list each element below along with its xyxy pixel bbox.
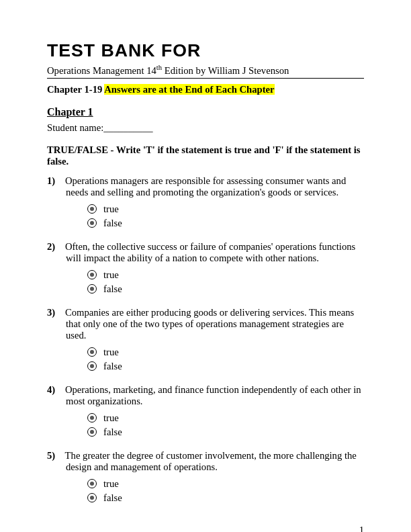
question-block-1: 1) Operations managers are responsible f… [47,175,364,229]
questions-container: 1) Operations managers are responsible f… [47,175,364,504]
subtitle-text: Operations Management 14 [47,65,156,76]
subtitle-sup: th [156,64,162,71]
option-true-5: true [87,478,364,490]
option-false-1: false [87,218,364,229]
options-5: true false [87,478,364,504]
page-number: 1 [359,525,364,532]
instructions: TRUE/FALSE - Write 'T' if the statement … [47,144,364,167]
question-number-1: 1) [47,175,55,186]
option-false-4: false [87,427,364,438]
radio-circle-true-4 [87,413,97,423]
radio-circle-true-1 [87,204,97,214]
divider [47,78,364,79]
question-block-5: 5) The greater the degree of customer in… [47,450,364,504]
options-1: true false [87,204,364,229]
question-text-1: 1) Operations managers are responsible f… [47,175,364,198]
chapter-heading: Chapter 1 [47,106,364,118]
question-text-2: 2) Often, the collective success or fail… [47,241,364,264]
option-label-true-4: true [103,412,119,424]
student-label: Student name: [47,122,103,133]
option-label-true-5: true [103,478,119,490]
radio-circle-false-3 [87,361,97,371]
radio-circle-true-5 [87,479,97,488]
student-underline: __________ [103,122,152,133]
radio-circle-false-1 [87,218,97,228]
subtitle: Operations Management 14th Edition by Wi… [47,64,364,77]
question-text-3: 3) Companies are either producing goods … [47,307,364,341]
option-true-4: true [87,412,364,424]
question-block-4: 4) Operations, marketing, and finance fu… [47,384,364,438]
question-block-3: 3) Companies are either producing goods … [47,307,364,372]
question-block-2: 2) Often, the collective success or fail… [47,241,364,295]
option-false-5: false [87,492,364,504]
question-text-4: 4) Operations, marketing, and finance fu… [47,384,364,407]
radio-circle-true-3 [87,347,97,357]
option-label-true-3: true [103,347,119,358]
option-false-3: false [87,361,364,372]
question-number-4: 4) [47,384,55,395]
option-label-false-5: false [103,492,122,504]
options-4: true false [87,412,364,438]
subtitle-rest: Edition by William J Stevenson [162,65,289,76]
question-text-5: 5) The greater the degree of customer in… [47,450,364,473]
chapter-range-bold: Chapter 1-19 [47,84,102,95]
option-true-1: true [87,204,364,215]
radio-circle-false-5 [87,493,97,502]
question-number-5: 5) [47,450,55,461]
radio-circle-true-2 [87,270,97,279]
option-true-2: true [87,269,364,281]
chapter-range: Chapter 1-19 Answers are at the End of E… [47,84,364,95]
chapter-range-highlight: Answers are at the End of Each Chapter [104,84,274,95]
options-2: true false [87,269,364,295]
option-label-true-1: true [103,204,119,215]
option-false-2: false [87,283,364,295]
option-label-true-2: true [103,269,119,281]
question-number-2: 2) [47,241,55,252]
question-number-3: 3) [47,307,55,318]
option-true-3: true [87,347,364,358]
radio-circle-false-2 [87,284,97,294]
option-label-false-2: false [103,283,122,295]
main-title: TEST BANK FOR [47,40,364,61]
option-label-false-3: false [103,361,122,372]
options-3: true false [87,347,364,372]
option-label-false-4: false [103,427,122,438]
option-label-false-1: false [103,218,122,229]
student-name-line: Student name:__________ [47,122,364,134]
radio-circle-false-4 [87,427,97,437]
